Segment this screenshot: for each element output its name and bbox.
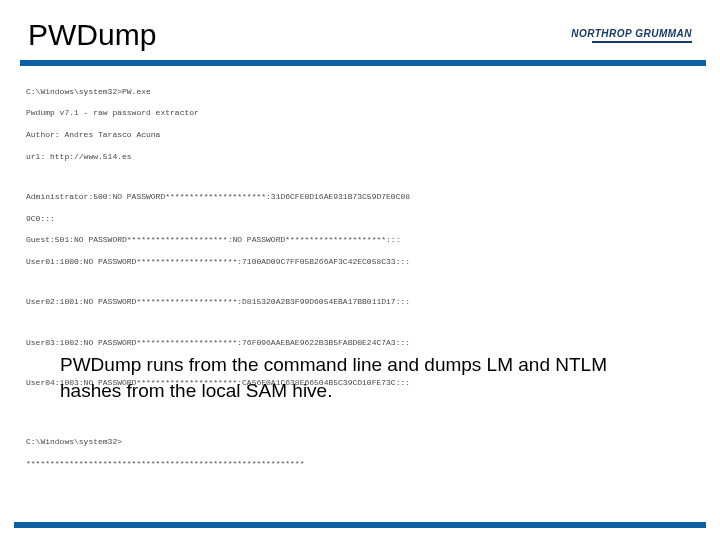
page-title: PWDump bbox=[28, 18, 156, 52]
console-line: url: http://www.514.es bbox=[26, 152, 694, 163]
logo-text: NORTHROP GRUMMAN bbox=[571, 28, 692, 39]
console-output: C:\Windows\system32>PW.exe Pwdump v7.1 -… bbox=[0, 66, 720, 480]
console-line: ****************************************… bbox=[26, 459, 694, 470]
console-line: C:\Windows\system32> bbox=[26, 437, 694, 448]
console-line: Author: Andres Tarasco Acuna bbox=[26, 130, 694, 141]
console-line: User02:1001:NO PASSWORD*****************… bbox=[26, 297, 694, 308]
console-line: User01:1000:NO PASSWORD*****************… bbox=[26, 257, 694, 268]
slide-description: PWDump runs from the command line and du… bbox=[60, 352, 660, 403]
console-line: C:\Windows\system32>PW.exe bbox=[26, 87, 694, 98]
console-line: 9C0::: bbox=[26, 214, 694, 225]
console-line: Guest:501:NO PASSWORD*******************… bbox=[26, 235, 694, 246]
footer-divider bbox=[14, 522, 706, 528]
company-logo: NORTHROP GRUMMAN bbox=[571, 28, 692, 43]
slide-header: PWDump NORTHROP GRUMMAN bbox=[0, 0, 720, 60]
console-line: Administrator:500:NO PASSWORD***********… bbox=[26, 192, 694, 203]
console-line: Pwdump v7.1 - raw password extractor bbox=[26, 108, 694, 119]
console-line: User03:1002:NO PASSWORD*****************… bbox=[26, 338, 694, 349]
logo-underline bbox=[592, 41, 692, 43]
